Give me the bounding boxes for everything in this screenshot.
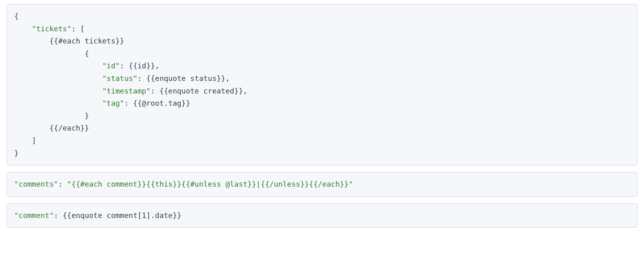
indent	[14, 37, 50, 45]
indent	[14, 49, 84, 58]
indent	[14, 24, 32, 33]
json-key-id: "id"	[102, 61, 120, 70]
code-block-tickets: { "tickets": [ {{#each tickets}} { "id":…	[6, 4, 638, 166]
indent	[14, 61, 102, 70]
json-key-comments: "comments"	[14, 180, 58, 188]
json-key-tickets: "tickets"	[32, 24, 71, 33]
comma: ,	[243, 87, 248, 95]
hb-each-open: {{#each tickets}}	[50, 37, 124, 45]
brace-open: {	[84, 49, 89, 58]
hb-each-close: {{/each}}	[50, 124, 89, 132]
colon-bracket: : [	[71, 24, 85, 33]
json-key-comment: "comment"	[14, 211, 54, 220]
hb-value-timestamp: {{enquote created}}	[160, 87, 243, 95]
brace-close: }	[84, 111, 89, 120]
code-block-comment: "comment": {{enquote comment[1].date}}	[6, 203, 638, 228]
colon: :	[120, 61, 129, 70]
indent	[14, 99, 102, 107]
json-key-timestamp: "timestamp"	[102, 87, 151, 95]
indent	[14, 124, 50, 132]
colon: :	[54, 211, 63, 220]
colon: :	[137, 74, 146, 83]
indent	[14, 87, 102, 95]
brace-open: {	[14, 12, 19, 20]
hb-value-comment: {{enquote comment[1].date}}	[63, 211, 182, 220]
json-key-status: "status"	[102, 74, 138, 83]
code-pre: "comments": "{{#each comment}}{{this}}{{…	[14, 178, 630, 191]
comma: ,	[225, 74, 230, 83]
hb-value-tag: {{@root.tag}}	[133, 99, 190, 107]
hb-value-status: {{enquote status}}	[146, 74, 225, 83]
indent	[14, 111, 84, 120]
colon: :	[151, 87, 160, 95]
colon: :	[58, 180, 67, 188]
hb-value-id: {{id}}	[129, 61, 155, 70]
colon: :	[124, 99, 133, 107]
code-pre: "comment": {{enquote comment[1].date}}	[14, 209, 630, 222]
brace-close: }	[14, 149, 19, 157]
comma: ,	[155, 61, 160, 70]
indent	[14, 74, 102, 83]
json-value-comments: "{{#each comment}}{{this}}{{#unless @las…	[67, 180, 353, 188]
indent	[14, 136, 32, 145]
code-pre: { "tickets": [ {{#each tickets}} { "id":…	[14, 10, 630, 159]
json-key-tag: "tag"	[102, 99, 124, 107]
bracket-close: ]	[32, 136, 36, 145]
code-block-comments: "comments": "{{#each comment}}{{this}}{{…	[6, 172, 638, 197]
